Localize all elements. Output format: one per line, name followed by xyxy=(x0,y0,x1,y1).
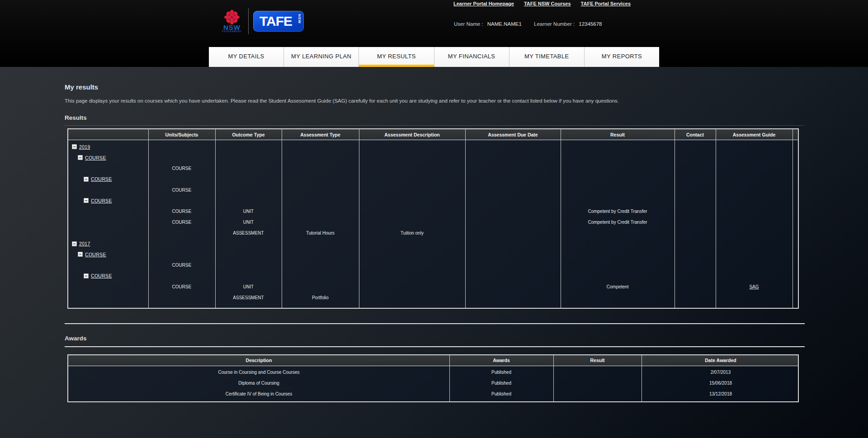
cell-description: Course in Coursing and Course Courses xyxy=(68,370,449,375)
cell-units: COURSE xyxy=(148,166,215,171)
learner-number-label: Learner Number : xyxy=(534,21,575,27)
col-header-description: Description xyxy=(68,358,449,363)
tab-my-results[interactable]: MY RESULTS xyxy=(359,47,434,67)
cell-units: COURSE xyxy=(148,263,215,268)
link-tafe-nsw-courses[interactable]: TAFE NSW Courses xyxy=(524,1,571,6)
nsw-government-logo: NSW GOVERNMENT xyxy=(220,10,244,33)
cell-outcome-type: UNIT xyxy=(215,209,282,214)
awards-table-body: Course in Coursing and Course Courses Pu… xyxy=(68,366,798,401)
cell-assessment-type: Tutorial Hours xyxy=(282,231,359,235)
cell-assessment-guide: SAG xyxy=(716,284,793,289)
cell-date-awarded: 2/07/2013 xyxy=(642,370,800,375)
table-row: COURSE xyxy=(68,174,798,184)
nsw-logo-subtext: GOVERNMENT xyxy=(222,30,242,33)
tree-item-course: COURSE xyxy=(68,155,106,160)
col-header-units-subjects: Units/Subjects xyxy=(148,132,215,137)
tree-item-course: COURSE xyxy=(68,176,112,182)
tab-my-learning-plan[interactable]: MY LEARNING PLAN xyxy=(283,47,359,67)
cell-units: COURSE xyxy=(148,284,215,289)
col-header-result: Result xyxy=(553,358,642,363)
tab-my-reports[interactable]: MY REPORTS xyxy=(584,47,659,67)
cell-awards: Published xyxy=(449,381,553,386)
tree-item-course: COURSE xyxy=(68,252,106,257)
nsw-logo-text: NSW xyxy=(223,24,241,30)
cell-awards: Published xyxy=(449,370,553,375)
cell-outcome-type: UNIT xyxy=(215,284,282,289)
cell-units: COURSE xyxy=(148,188,215,193)
table-row: COURSE UNIT Competent SAG xyxy=(68,281,798,292)
link-tafe-portal-services[interactable]: TAFE Portal Services xyxy=(581,1,631,6)
awards-table: Description Awards Result Date Awarded C… xyxy=(67,354,799,402)
top-links: Learner Portal Homepage TAFE NSW Courses… xyxy=(453,1,631,6)
logo-divider xyxy=(248,8,249,34)
table-row: COURSE xyxy=(68,152,798,163)
results-table-body: 2019 COURSE COURSE COURSE COURSE COURSE xyxy=(68,140,798,308)
cell-units: COURSE xyxy=(148,220,215,225)
collapse-icon[interactable] xyxy=(84,198,89,203)
cell-units: COURSE xyxy=(148,209,215,214)
collapse-icon[interactable] xyxy=(72,241,77,246)
col-header-assessment-description: Assessment Description xyxy=(359,132,465,137)
col-header-awards: Awards xyxy=(449,358,553,363)
waratah-icon xyxy=(223,10,241,24)
cell-description: Certificate IV of Being in Courses xyxy=(68,391,449,396)
table-row: ASSESSMENT Portfolio xyxy=(68,292,798,303)
table-row: Certificate IV of Being in Courses Publi… xyxy=(68,389,798,400)
tafe-logo-text: TAFE xyxy=(259,14,297,29)
col-header-date-awarded: Date Awarded xyxy=(642,358,800,363)
tab-my-financials[interactable]: MY FINANCIALS xyxy=(434,47,509,67)
table-row: COURSE xyxy=(68,184,798,195)
cell-assessment-description: Tuition only xyxy=(359,231,465,235)
table-row: Diploma of Coursing Published 15/06/2018 xyxy=(68,378,798,389)
collapse-icon[interactable] xyxy=(84,273,89,278)
col-header-contact: Contact xyxy=(675,132,716,137)
tree-link[interactable]: 2017 xyxy=(79,241,90,246)
col-header-result: Result xyxy=(561,132,675,137)
collapse-icon[interactable] xyxy=(78,252,83,257)
collapse-icon[interactable] xyxy=(72,144,77,149)
section-divider xyxy=(65,323,805,324)
tree-link[interactable]: COURSE xyxy=(91,176,112,182)
main-nav: MY DETAILS MY LEARNING PLAN MY RESULTS M… xyxy=(209,47,659,67)
results-heading: Results xyxy=(65,114,805,121)
logo-block: NSW GOVERNMENT TAFE NSW xyxy=(220,8,304,34)
table-row: 2019 xyxy=(68,141,798,152)
user-name-value: NAME.NAME1 xyxy=(487,21,522,27)
link-learner-portal-homepage[interactable]: Learner Portal Homepage xyxy=(453,1,514,6)
cell-date-awarded: 15/06/2018 xyxy=(642,381,800,386)
table-row: COURSE xyxy=(68,195,798,206)
tree-link[interactable]: COURSE xyxy=(85,155,106,160)
table-row: COURSE xyxy=(68,249,798,260)
sag-link[interactable]: SAG xyxy=(749,284,759,289)
table-row: COURSE xyxy=(68,271,798,282)
cell-result: Competent xyxy=(561,284,675,289)
tab-my-timetable[interactable]: MY TIMETABLE xyxy=(509,47,584,67)
tree-link[interactable]: COURSE xyxy=(85,252,106,257)
page-title: My results xyxy=(65,83,805,91)
tree-item-course: COURSE xyxy=(68,198,112,203)
tafe-nsw-logo: TAFE NSW xyxy=(253,11,304,32)
cell-result: Competent by Credit Transfer xyxy=(561,220,675,225)
cell-description: Diploma of Coursing xyxy=(68,381,449,386)
tree-item-course: COURSE xyxy=(68,273,112,278)
table-row: COURSE UNIT Competent by Credit Transfer xyxy=(68,206,798,217)
learner-number-value: 12345678 xyxy=(579,21,602,27)
col-header-assessment-type: Assessment Type xyxy=(282,132,359,137)
collapse-icon[interactable] xyxy=(78,155,83,160)
page-description: This page displays your results on cours… xyxy=(65,98,805,104)
user-info: User Name : NAME.NAME1 Learner Number : … xyxy=(454,21,602,27)
tree-item-year-2017: 2017 xyxy=(68,241,90,246)
top-header: NSW GOVERNMENT TAFE NSW Learner Portal H… xyxy=(0,0,868,67)
table-row: Course in Coursing and Course Courses Pu… xyxy=(68,367,798,378)
tree-link[interactable]: COURSE xyxy=(91,198,112,203)
cell-assessment-type: Portfolio xyxy=(282,295,359,300)
tab-my-details[interactable]: MY DETAILS xyxy=(209,47,283,67)
collapse-icon[interactable] xyxy=(84,177,89,182)
tafe-logo-subtext: NSW xyxy=(297,14,302,24)
awards-table-header: Description Awards Result Date Awarded xyxy=(68,355,798,366)
tree-link[interactable]: COURSE xyxy=(91,273,112,278)
tree-link[interactable]: 2019 xyxy=(79,144,90,150)
col-header-assessment-guide: Assessment Guide xyxy=(716,132,793,137)
learner-portal-page: NSW GOVERNMENT TAFE NSW Learner Portal H… xyxy=(0,0,868,438)
table-row: COURSE xyxy=(68,163,798,174)
